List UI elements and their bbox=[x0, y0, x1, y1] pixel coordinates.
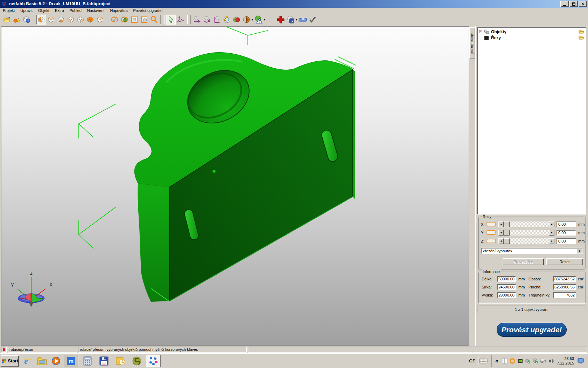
apply-check-button[interactable] bbox=[308, 15, 317, 25]
height-field[interactable]: 29000.00 bbox=[497, 292, 516, 298]
width-field[interactable]: 24500.00 bbox=[497, 284, 516, 290]
internet-explorer-icon[interactable]: e bbox=[22, 355, 33, 367]
view-right-button[interactable] bbox=[95, 15, 105, 25]
menu-pohled[interactable]: Pohled bbox=[67, 8, 84, 13]
task-maxthon[interactable]: m bbox=[64, 355, 78, 367]
view-isometric-button[interactable] bbox=[36, 15, 46, 25]
select-parts-button[interactable] bbox=[110, 15, 120, 25]
upgrade-button[interactable]: Provést upgrade! bbox=[497, 323, 567, 337]
tree-label-objekty[interactable]: Objekty bbox=[491, 29, 506, 34]
rotate-part-button[interactable] bbox=[202, 15, 212, 25]
media-player-icon[interactable] bbox=[51, 355, 62, 367]
volume-icon[interactable] bbox=[548, 358, 554, 364]
usb-safely-remove-icon[interactable] bbox=[525, 358, 531, 364]
menu-objekt[interactable]: Objekt bbox=[35, 8, 52, 13]
view-front-button[interactable] bbox=[66, 15, 76, 25]
repair-dropdown-arrow[interactable]: ▾ bbox=[264, 18, 265, 21]
menu-provest-upgrade[interactable]: Provést upgrade! bbox=[131, 8, 166, 13]
collapse-chevron-icon[interactable]: « bbox=[494, 358, 500, 364]
open-folder-icon[interactable] bbox=[579, 29, 584, 34]
security-check-icon[interactable] bbox=[532, 358, 538, 364]
chevron-down-icon[interactable]: ▼ bbox=[576, 248, 582, 253]
slider-right-arrow[interactable]: ► bbox=[549, 230, 554, 236]
view-left-button[interactable] bbox=[85, 15, 95, 25]
slider-track[interactable] bbox=[510, 238, 549, 244]
slider-thumb[interactable] bbox=[504, 230, 510, 236]
length-field[interactable]: 50000.00 bbox=[497, 276, 516, 282]
slider-right-arrow[interactable]: ► bbox=[549, 238, 554, 244]
task-outlook[interactable] bbox=[113, 355, 128, 367]
keyboard-icon[interactable] bbox=[479, 358, 488, 364]
show-desktop-icon[interactable] bbox=[577, 358, 585, 364]
zoom-to-selection-button[interactable] bbox=[139, 15, 149, 25]
viewport-3d[interactable]: z y x bbox=[1, 26, 469, 346]
project-information-button[interactable]: i bbox=[22, 15, 31, 25]
slider-left-arrow[interactable]: ◄ bbox=[498, 238, 504, 244]
start-button[interactable]: Start bbox=[1, 355, 19, 367]
zoom-to-parts-button[interactable] bbox=[130, 15, 139, 25]
clock[interactable]: 23:53 7.12.2015 bbox=[555, 356, 575, 366]
cut-mode-select[interactable]: <řezání vypnuto> ▼ bbox=[481, 248, 583, 254]
menu-projekt[interactable]: Projekt bbox=[0, 8, 18, 13]
menu-upravit[interactable]: Upravit bbox=[18, 8, 35, 13]
reset-cut-button[interactable]: Reset bbox=[546, 258, 583, 265]
nvidia-icon[interactable] bbox=[517, 358, 523, 364]
slider-left-arrow[interactable]: ◄ bbox=[498, 230, 504, 236]
menu-extra[interactable]: Extra bbox=[52, 8, 67, 13]
execute-cut-button[interactable]: Provést řez bbox=[503, 258, 544, 265]
cut-slider-y[interactable]: ◄ ► bbox=[498, 230, 554, 236]
cut-slider-z[interactable]: ◄ ► bbox=[498, 238, 554, 244]
tree-row-objekty[interactable]: + Objekty bbox=[478, 29, 585, 35]
task-green-s-app[interactable] bbox=[130, 355, 144, 367]
slice-tools-button[interactable] bbox=[286, 15, 295, 25]
slider-track[interactable] bbox=[510, 222, 549, 227]
tree-label-rezy[interactable]: Řezy bbox=[491, 35, 501, 40]
events-panel-tab[interactable]: Oblast událostí bbox=[469, 27, 475, 59]
orange-ring-app-icon[interactable] bbox=[509, 358, 515, 364]
select-tool-button[interactable] bbox=[166, 15, 176, 25]
repair-part-button[interactable] bbox=[254, 15, 264, 25]
language-indicator[interactable]: CS bbox=[466, 358, 478, 363]
file-explorer-folder-icon[interactable] bbox=[36, 355, 48, 367]
rotate-view-tool-button[interactable] bbox=[176, 15, 186, 25]
cut-slider-x[interactable]: ◄ ► bbox=[498, 222, 554, 227]
task-save[interactable] bbox=[97, 355, 111, 367]
measure-tool-button[interactable] bbox=[298, 15, 308, 25]
cut-toggle-y[interactable] bbox=[486, 230, 496, 235]
slider-thumb[interactable] bbox=[504, 238, 510, 244]
view-top-button[interactable] bbox=[46, 15, 56, 25]
move-part-button[interactable] bbox=[192, 15, 202, 25]
maximize-button[interactable] bbox=[569, 1, 578, 7]
open-project-button[interactable] bbox=[2, 15, 12, 25]
scale-part-button[interactable] bbox=[212, 15, 222, 25]
menu-napoveda[interactable]: Nápověda bbox=[107, 8, 130, 13]
slider-left-arrow[interactable]: ◄ bbox=[498, 222, 504, 227]
edit-mesh-button[interactable] bbox=[222, 15, 232, 25]
menu-nastaveni[interactable]: Nastavení bbox=[84, 8, 107, 13]
minimize-button[interactable] bbox=[560, 1, 569, 7]
add-part-button[interactable] bbox=[276, 15, 286, 25]
slider-track[interactable] bbox=[510, 230, 549, 236]
zoom-button[interactable] bbox=[149, 15, 159, 25]
view-back-button[interactable] bbox=[76, 15, 85, 25]
slice-dropdown-arrow[interactable]: ▾ bbox=[296, 18, 297, 21]
windows-logo-icon[interactable] bbox=[502, 358, 507, 364]
open-folder-icon[interactable] bbox=[579, 35, 584, 40]
display-network-icon[interactable] bbox=[540, 358, 546, 364]
expand-icon[interactable]: + bbox=[479, 30, 482, 33]
tree-row-rezy[interactable]: Řezy bbox=[478, 35, 585, 41]
slider-right-arrow[interactable]: ► bbox=[549, 222, 554, 227]
task-calculator[interactable] bbox=[80, 355, 95, 367]
cut-toggle-z[interactable] bbox=[486, 239, 496, 243]
cut-view-dropdown-arrow[interactable]: ▾ bbox=[252, 18, 253, 21]
cut-toggle-x[interactable] bbox=[486, 222, 496, 226]
view-bottom-button[interactable] bbox=[56, 15, 66, 25]
cut-value-x[interactable]: 0.00 bbox=[556, 222, 576, 227]
parts-tree[interactable]: + Objekty Řezy bbox=[477, 27, 586, 214]
shade-part-button[interactable] bbox=[120, 15, 130, 25]
cut-half-view-button[interactable] bbox=[241, 15, 251, 25]
cut-value-y[interactable]: 0.00 bbox=[556, 230, 576, 236]
close-button[interactable]: × bbox=[579, 1, 587, 7]
cut-value-z[interactable]: 0.00 bbox=[556, 238, 576, 244]
add-primitive-parts-button[interactable] bbox=[12, 15, 22, 25]
